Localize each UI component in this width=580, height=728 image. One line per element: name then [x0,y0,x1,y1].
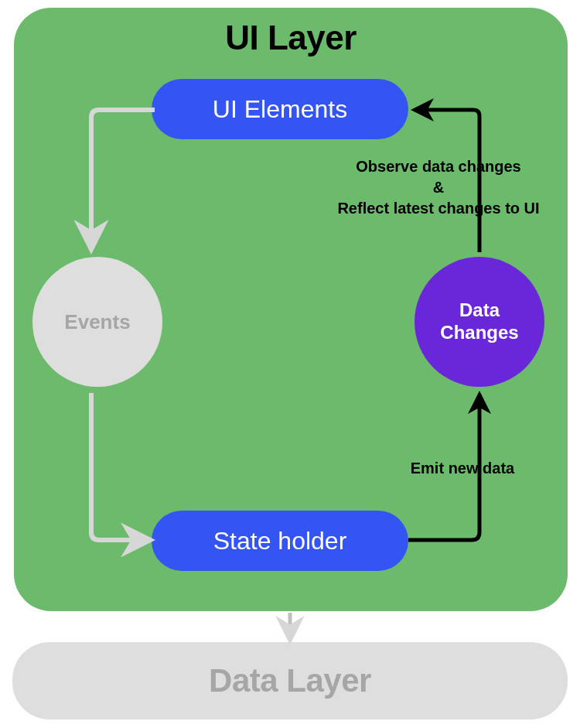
ui-layer-title: UI Layer [14,19,568,57]
data-layer-title: Data Layer [209,662,371,699]
emit-label: Emit new data [411,460,514,477]
emit-annotation: Emit new data [362,458,563,479]
observe-line3: Reflect latest changes to UI [337,200,539,217]
observe-line1: Observe data changes [356,158,520,175]
ui-elements-label: UI Elements [213,95,347,124]
observe-annotation: Observe data changes & Reflect latest ch… [299,156,578,219]
state-holder-node: State holder [152,511,408,571]
ui-layer-container: UI Layer UI Elements State holder Events… [14,8,568,611]
observe-line2: & [433,179,444,196]
diagram-stage: UI Layer UI Elements State holder Events… [0,0,580,728]
events-label: Events [64,310,130,334]
state-holder-label: State holder [213,527,347,555]
data-changes-node: Data Changes [415,257,544,387]
data-changes-label: Data Changes [440,299,518,344]
ui-elements-node: UI Elements [152,79,408,139]
data-layer-container: Data Layer [12,642,568,719]
events-node: Events [32,257,162,387]
